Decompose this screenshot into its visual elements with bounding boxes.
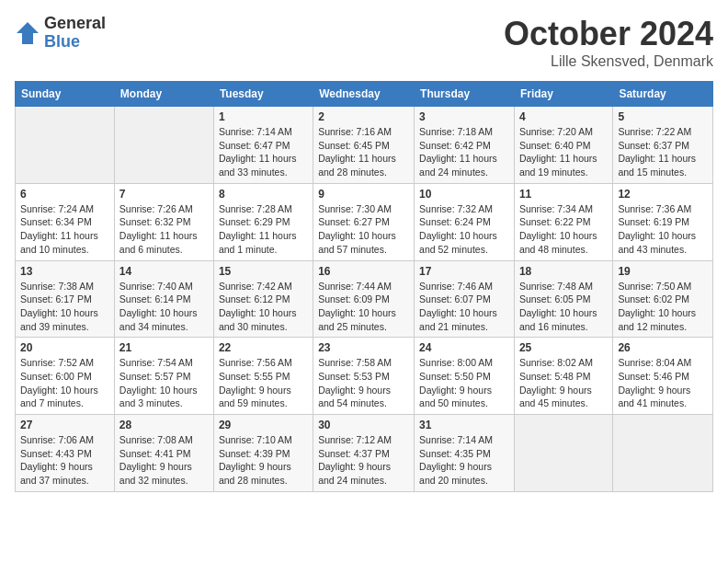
- logo-icon: [15, 20, 40, 46]
- day-number: 10: [419, 188, 509, 201]
- day-data: Sunrise: 7:16 AM Sunset: 6:45 PM Dayligh…: [318, 125, 409, 179]
- day-number: 26: [618, 341, 708, 354]
- day-data: Sunrise: 7:18 AM Sunset: 6:42 PM Dayligh…: [419, 125, 509, 179]
- day-number: 4: [519, 110, 608, 123]
- calendar-cell: 16Sunrise: 7:44 AM Sunset: 6:09 PM Dayli…: [313, 260, 415, 338]
- day-data: Sunrise: 7:46 AM Sunset: 6:07 PM Dayligh…: [419, 280, 509, 334]
- calendar-cell: 19Sunrise: 7:50 AM Sunset: 6:02 PM Dayli…: [613, 260, 713, 338]
- day-data: Sunrise: 7:42 AM Sunset: 6:12 PM Dayligh…: [219, 280, 308, 334]
- day-number: 28: [119, 419, 209, 431]
- calendar-cell: [114, 107, 213, 184]
- day-number: 18: [519, 265, 608, 278]
- day-data: Sunrise: 7:24 AM Sunset: 6:34 PM Dayligh…: [20, 202, 109, 257]
- day-number: 8: [219, 188, 308, 201]
- calendar-cell: 28Sunrise: 7:08 AM Sunset: 4:41 PM Dayli…: [114, 415, 213, 492]
- day-data: Sunrise: 7:22 AM Sunset: 6:37 PM Dayligh…: [618, 125, 708, 179]
- day-number: 24: [419, 341, 509, 354]
- day-data: Sunrise: 8:02 AM Sunset: 5:48 PM Dayligh…: [519, 356, 608, 410]
- column-header-tuesday: Tuesday: [213, 82, 313, 107]
- day-number: 30: [318, 419, 409, 431]
- day-data: Sunrise: 7:06 AM Sunset: 4:43 PM Dayligh…: [20, 433, 109, 488]
- calendar-cell: 27Sunrise: 7:06 AM Sunset: 4:43 PM Dayli…: [16, 415, 115, 492]
- logo-general: General: [44, 15, 106, 33]
- column-header-saturday: Saturday: [613, 82, 713, 107]
- calendar-cell: 4Sunrise: 7:20 AM Sunset: 6:40 PM Daylig…: [514, 107, 612, 184]
- calendar-cell: 14Sunrise: 7:40 AM Sunset: 6:14 PM Dayli…: [114, 260, 213, 338]
- calendar-header-row: SundayMondayTuesdayWednesdayThursdayFrid…: [16, 82, 713, 107]
- day-data: Sunrise: 7:54 AM Sunset: 5:57 PM Dayligh…: [119, 356, 209, 410]
- calendar-cell: 11Sunrise: 7:34 AM Sunset: 6:22 PM Dayli…: [514, 183, 612, 260]
- day-data: Sunrise: 7:10 AM Sunset: 4:39 PM Dayligh…: [219, 433, 308, 488]
- day-number: 11: [519, 188, 608, 201]
- day-data: Sunrise: 7:28 AM Sunset: 6:29 PM Dayligh…: [219, 202, 308, 257]
- day-number: 22: [219, 341, 308, 354]
- page-header: General Blue October 2024 Lille Skensved…: [15, 15, 713, 70]
- day-data: Sunrise: 7:26 AM Sunset: 6:32 PM Dayligh…: [119, 202, 209, 257]
- day-data: Sunrise: 7:14 AM Sunset: 6:47 PM Dayligh…: [219, 125, 308, 179]
- column-header-thursday: Thursday: [415, 82, 515, 107]
- calendar-cell: 17Sunrise: 7:46 AM Sunset: 6:07 PM Dayli…: [415, 260, 515, 338]
- day-data: Sunrise: 7:36 AM Sunset: 6:19 PM Dayligh…: [618, 202, 708, 257]
- day-data: Sunrise: 8:04 AM Sunset: 5:46 PM Dayligh…: [618, 356, 708, 410]
- calendar-cell: 22Sunrise: 7:56 AM Sunset: 5:55 PM Dayli…: [213, 338, 313, 415]
- page-title: October 2024: [504, 15, 713, 53]
- calendar-week-row: 1Sunrise: 7:14 AM Sunset: 6:47 PM Daylig…: [16, 107, 713, 184]
- day-data: Sunrise: 7:34 AM Sunset: 6:22 PM Dayligh…: [519, 202, 608, 257]
- day-number: 12: [618, 188, 708, 201]
- calendar-cell: 26Sunrise: 8:04 AM Sunset: 5:46 PM Dayli…: [613, 338, 713, 415]
- logo: General Blue: [15, 15, 106, 52]
- day-data: Sunrise: 7:56 AM Sunset: 5:55 PM Dayligh…: [219, 356, 308, 410]
- svg-marker-0: [17, 22, 39, 44]
- calendar-cell: 6Sunrise: 7:24 AM Sunset: 6:34 PM Daylig…: [16, 183, 115, 260]
- page-subtitle: Lille Skensved, Denmark: [504, 53, 713, 70]
- calendar-cell: 30Sunrise: 7:12 AM Sunset: 4:37 PM Dayli…: [313, 415, 415, 492]
- day-number: 2: [318, 110, 409, 123]
- calendar-week-row: 13Sunrise: 7:38 AM Sunset: 6:17 PM Dayli…: [16, 260, 713, 338]
- calendar-cell: 21Sunrise: 7:54 AM Sunset: 5:57 PM Dayli…: [114, 338, 213, 415]
- calendar-cell: [514, 415, 612, 492]
- calendar-week-row: 27Sunrise: 7:06 AM Sunset: 4:43 PM Dayli…: [16, 415, 713, 492]
- day-data: Sunrise: 7:50 AM Sunset: 6:02 PM Dayligh…: [618, 280, 708, 334]
- day-data: Sunrise: 7:38 AM Sunset: 6:17 PM Dayligh…: [20, 280, 109, 334]
- day-data: Sunrise: 7:30 AM Sunset: 6:27 PM Dayligh…: [318, 202, 409, 257]
- day-data: Sunrise: 7:48 AM Sunset: 6:05 PM Dayligh…: [519, 280, 608, 334]
- calendar-cell: 25Sunrise: 8:02 AM Sunset: 5:48 PM Dayli…: [514, 338, 612, 415]
- calendar-cell: 24Sunrise: 8:00 AM Sunset: 5:50 PM Dayli…: [415, 338, 515, 415]
- day-number: 7: [119, 188, 209, 201]
- day-number: 29: [219, 419, 308, 431]
- calendar-cell: 9Sunrise: 7:30 AM Sunset: 6:27 PM Daylig…: [313, 183, 415, 260]
- day-number: 25: [519, 341, 608, 354]
- column-header-monday: Monday: [114, 82, 213, 107]
- calendar-cell: 31Sunrise: 7:14 AM Sunset: 4:35 PM Dayli…: [415, 415, 515, 492]
- day-number: 19: [618, 265, 708, 278]
- day-number: 13: [20, 265, 109, 278]
- calendar-cell: 8Sunrise: 7:28 AM Sunset: 6:29 PM Daylig…: [213, 183, 313, 260]
- calendar-week-row: 6Sunrise: 7:24 AM Sunset: 6:34 PM Daylig…: [16, 183, 713, 260]
- day-number: 5: [618, 110, 708, 123]
- day-data: Sunrise: 7:58 AM Sunset: 5:53 PM Dayligh…: [318, 356, 409, 410]
- day-data: Sunrise: 7:20 AM Sunset: 6:40 PM Dayligh…: [519, 125, 608, 179]
- calendar-cell: 5Sunrise: 7:22 AM Sunset: 6:37 PM Daylig…: [613, 107, 713, 184]
- day-data: Sunrise: 7:52 AM Sunset: 6:00 PM Dayligh…: [20, 356, 109, 410]
- day-data: Sunrise: 7:32 AM Sunset: 6:24 PM Dayligh…: [419, 202, 509, 257]
- column-header-sunday: Sunday: [16, 82, 115, 107]
- calendar-table: SundayMondayTuesdayWednesdayThursdayFrid…: [15, 81, 713, 492]
- day-number: 1: [219, 110, 308, 123]
- calendar-cell: 7Sunrise: 7:26 AM Sunset: 6:32 PM Daylig…: [114, 183, 213, 260]
- day-number: 23: [318, 341, 409, 354]
- calendar-week-row: 20Sunrise: 7:52 AM Sunset: 6:00 PM Dayli…: [16, 338, 713, 415]
- day-number: 20: [20, 341, 109, 354]
- logo-blue: Blue: [44, 33, 106, 52]
- day-data: Sunrise: 7:40 AM Sunset: 6:14 PM Dayligh…: [119, 280, 209, 334]
- day-number: 3: [419, 110, 509, 123]
- calendar-cell: [613, 415, 713, 492]
- day-number: 15: [219, 265, 308, 278]
- column-header-wednesday: Wednesday: [313, 82, 415, 107]
- day-number: 31: [419, 419, 509, 431]
- calendar-cell: 29Sunrise: 7:10 AM Sunset: 4:39 PM Dayli…: [213, 415, 313, 492]
- day-number: 21: [119, 341, 209, 354]
- day-number: 6: [20, 188, 109, 201]
- day-data: Sunrise: 7:44 AM Sunset: 6:09 PM Dayligh…: [318, 280, 409, 334]
- calendar-cell: 18Sunrise: 7:48 AM Sunset: 6:05 PM Dayli…: [514, 260, 612, 338]
- calendar-cell: 20Sunrise: 7:52 AM Sunset: 6:00 PM Dayli…: [16, 338, 115, 415]
